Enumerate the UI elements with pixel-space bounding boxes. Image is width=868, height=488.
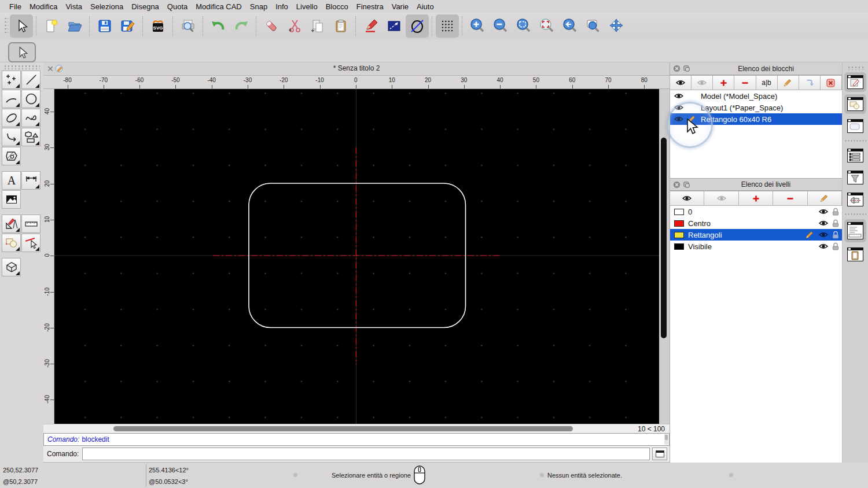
redo-button[interactable] <box>230 14 253 38</box>
horizontal-scrollbar-thumb[interactable] <box>113 426 573 431</box>
history-scrollbar[interactable] <box>664 434 668 445</box>
copy-button[interactable] <box>306 14 329 38</box>
line-tool-button[interactable] <box>21 71 41 89</box>
delete-button[interactable] <box>260 14 283 38</box>
vertical-scrollbar-thumb[interactable] <box>661 138 667 338</box>
undo-button[interactable] <box>207 14 230 38</box>
command-input[interactable] <box>82 448 650 460</box>
vertical-scrollbar[interactable] <box>659 89 670 424</box>
arc-tool-button[interactable] <box>2 90 21 108</box>
line-settings-button[interactable] <box>382 14 406 38</box>
measure-tool-button[interactable] <box>21 215 41 233</box>
layer-row-0[interactable]: 0 <box>670 206 842 217</box>
text-tool-button[interactable]: A <box>2 171 21 190</box>
solid-3d-tool-button[interactable] <box>2 258 21 276</box>
menu-item-seleziona[interactable]: Seleziona <box>86 2 127 11</box>
layer-visibility-icon[interactable] <box>819 220 828 227</box>
zoom-in-button[interactable] <box>466 14 489 38</box>
layer-remove-button[interactable] <box>773 191 807 206</box>
panel-float-icon[interactable] <box>683 65 690 72</box>
block-remove-button[interactable] <box>734 75 756 90</box>
grid-toggle-button[interactable] <box>436 14 459 38</box>
preview-dock-button[interactable] <box>844 116 866 136</box>
menu-item-blocco[interactable]: Blocco <box>322 2 352 11</box>
clipboard-dock-button[interactable] <box>844 245 866 264</box>
construction-mode-button[interactable] <box>406 14 429 38</box>
svg-export-button[interactable]: SVG <box>146 14 170 38</box>
panel-close-icon[interactable] <box>673 181 681 188</box>
layer-visibility-icon[interactable] <box>819 243 828 250</box>
viewports-dock-button[interactable] <box>844 190 866 209</box>
pen-attributes-button[interactable] <box>359 14 382 38</box>
layer-show-all-button[interactable] <box>670 191 704 206</box>
zoom-out-button[interactable] <box>489 14 512 38</box>
horizontal-scrollbar[interactable]: 10 < 100 <box>43 424 670 433</box>
layer-visibility-icon[interactable] <box>819 208 828 216</box>
menu-item-livello[interactable]: Livello <box>292 2 322 11</box>
modify-tool-button[interactable] <box>21 234 41 252</box>
block-edit-dock-button[interactable] <box>844 72 866 92</box>
block-purge-button[interactable] <box>820 75 842 90</box>
menu-item-disegna[interactable]: Disegna <box>127 2 163 11</box>
menu-item-modifica[interactable]: Modifica <box>25 2 61 11</box>
drafting-tools-button[interactable] <box>2 215 21 233</box>
save-as-button[interactable] <box>116 14 139 38</box>
layer-list-dock-button[interactable] <box>844 146 866 165</box>
select-tool-button[interactable] <box>10 14 33 38</box>
ellipse-tool-button[interactable] <box>2 109 21 127</box>
dock-grip[interactable] <box>847 66 863 70</box>
selection-pointer-button[interactable] <box>8 42 36 62</box>
zoom-auto-button[interactable] <box>512 14 535 38</box>
polyline-tool-button[interactable] <box>2 128 21 146</box>
menu-item-file[interactable]: File <box>5 2 25 11</box>
pan-button[interactable] <box>605 14 628 38</box>
menu-item-aiuto[interactable]: Aiuto <box>413 2 438 11</box>
visibility-eye-icon[interactable] <box>674 116 683 123</box>
layer-add-button[interactable] <box>738 191 773 206</box>
filter-dock-button[interactable] <box>844 168 866 187</box>
points-tool-button[interactable] <box>2 71 21 89</box>
circle-tool-button[interactable] <box>21 90 41 108</box>
block-show-all-button[interactable] <box>670 75 692 90</box>
menu-item-snap[interactable]: Snap <box>246 2 271 11</box>
spline-tool-button[interactable] <box>21 109 41 127</box>
block-edit-button[interactable] <box>777 75 799 90</box>
layer-lock-icon[interactable] <box>832 220 840 227</box>
layer-row-visibile[interactable]: Visibile <box>670 241 842 252</box>
menu-item-modifica-cad[interactable]: Modifica CAD <box>192 2 245 11</box>
menu-item-finestra[interactable]: Finestra <box>352 2 388 11</box>
layer-row-centro[interactable]: Centro <box>670 217 842 229</box>
menu-item-quota[interactable]: Quota <box>163 2 192 11</box>
block-insert-button[interactable] <box>799 75 821 90</box>
block-add-button[interactable] <box>712 75 734 90</box>
layer-hide-all-button[interactable] <box>704 191 738 206</box>
block-hide-all-button[interactable] <box>691 75 713 90</box>
panel-float-icon[interactable] <box>683 181 690 188</box>
toolbar-grip[interactable] <box>4 17 8 35</box>
new-file-button[interactable] <box>40 14 63 38</box>
image-tool-button[interactable] <box>2 190 21 209</box>
block-rename-button[interactable]: a|b <box>756 75 778 90</box>
paste-button[interactable] <box>329 14 352 38</box>
block-row-model[interactable]: Model (*Model_Space) <box>670 90 842 102</box>
block-row-layout1[interactable]: Layout1 (*Paper_Space) <box>670 102 842 113</box>
dimension-tool-button[interactable] <box>21 171 41 190</box>
open-file-button[interactable] <box>63 14 86 38</box>
zoom-selection-button[interactable] <box>535 14 558 38</box>
layer-lock-icon[interactable] <box>832 231 840 239</box>
visibility-eye-icon[interactable] <box>674 104 683 112</box>
hatch-tool-button[interactable] <box>2 147 21 165</box>
palette-grip[interactable] <box>3 65 40 69</box>
menu-item-vista[interactable]: Vista <box>61 2 86 11</box>
layer-edit-button[interactable] <box>807 191 842 206</box>
zoom-previous-button[interactable] <box>558 14 582 38</box>
print-preview-button[interactable] <box>176 14 200 38</box>
zoom-window-button[interactable] <box>582 14 605 38</box>
layer-row-rettangoli[interactable]: Rettangoli <box>670 229 842 241</box>
layer-visibility-icon[interactable] <box>819 231 828 239</box>
menu-item-info[interactable]: Info <box>271 2 292 11</box>
library-browser-dock-button[interactable] <box>844 94 866 114</box>
block-tools-button[interactable] <box>2 234 21 252</box>
menu-item-varie[interactable]: Varie <box>388 2 413 11</box>
shapes-tool-button[interactable] <box>21 128 41 146</box>
